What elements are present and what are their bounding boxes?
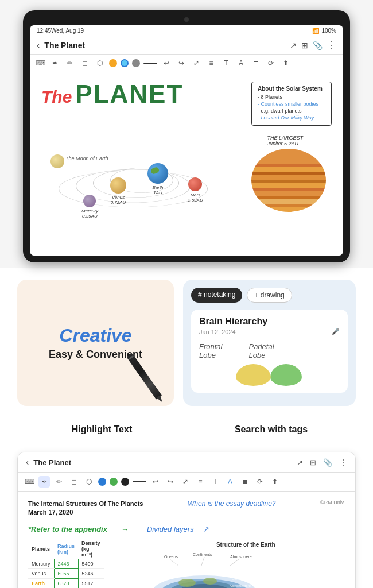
color-blue-b[interactable]: [98, 478, 106, 486]
color-green-b[interactable]: [110, 478, 118, 486]
clip-icon-bottom[interactable]: 📎: [323, 458, 332, 467]
table-row: Mercury 2443 5400: [28, 559, 104, 568]
tablet-frame-top: 12:45 Wed, Aug 19 📶 100% ‹ The Planet ↗ …: [23, 10, 350, 262]
pdf-divider: [28, 521, 345, 521]
svg-text:Continents: Continents: [193, 552, 212, 556]
line-width-indicator: [143, 63, 157, 64]
convert-icon[interactable]: ⟳: [265, 57, 277, 69]
move-icon[interactable]: ⤢: [191, 57, 202, 69]
tablet-frame-bottom: ‹ The Planet ↗ ⊞ 📎 ⋮ ⌨ ✒ ✏ ◻ ⬡ ↩ ↪ ⤢ ≡ T…: [17, 452, 356, 588]
pencil-icon[interactable]: ✏: [64, 57, 76, 69]
clip-icon[interactable]: 📎: [313, 41, 323, 50]
table-body: Mercury 2443 5400 Venus 6055 5246 Earth: [28, 559, 104, 588]
bullet-smaller: - Countless smaller bodies: [258, 101, 325, 107]
color-blue[interactable]: [121, 59, 129, 67]
caption-highlight: Highlight Text: [17, 424, 187, 435]
keyboard-icon[interactable]: ⌨: [34, 57, 46, 69]
tag-notetaking[interactable]: # notetaking: [191, 288, 242, 303]
caption-search: Search with tags: [187, 424, 356, 435]
color-black-b[interactable]: [121, 478, 129, 486]
pdf-bottom-content: Planets Radius (km) Density (kg m⁻³) Mer…: [28, 539, 345, 588]
format-icon-b[interactable]: ≣: [239, 476, 251, 488]
solar-system-info-box: About the Solar System - 8 Planets - Cou…: [251, 82, 332, 126]
planet-earth: Earth: [28, 578, 54, 588]
more-icon-bottom[interactable]: ⋮: [339, 458, 347, 467]
keyboard-icon-b[interactable]: ⌨: [24, 476, 35, 488]
pencil-icon-b[interactable]: ✏: [53, 476, 65, 488]
density-earth: 5517: [78, 578, 104, 588]
lasso-icon-b[interactable]: ⬡: [83, 476, 95, 488]
mercury-group: Mercury0.39AU: [81, 195, 98, 219]
pdf-title-line1: The Internal Structures Of The Planets: [28, 500, 143, 508]
radius-earth: 6378: [54, 578, 78, 588]
brain-hierarchy-title: Brain Hierarchy: [199, 316, 340, 327]
pen-icon[interactable]: ✒: [49, 57, 61, 69]
more-icon[interactable]: ⋮: [327, 40, 336, 51]
link-icon[interactable]: ↗: [290, 41, 297, 50]
brain-lobes-visual: [199, 364, 340, 386]
undo-icon-b[interactable]: ↩: [150, 476, 161, 488]
marker-icon[interactable]: A: [235, 57, 247, 69]
svg-point-11: [203, 578, 217, 585]
bullet-planets: - 8 Planets: [258, 94, 325, 100]
color-gray[interactable]: [132, 59, 140, 67]
toolbar-top: ⌨ ✒ ✏ ◻ ⬡ ↩ ↪ ⤢ ≡ T A ≣ ⟳ ⬆: [30, 55, 343, 72]
svg-line-5: [230, 559, 239, 566]
bullet-milkyway: - Located Our Milky Way: [258, 115, 325, 121]
annotation-refer: *Refer to the appendix: [28, 525, 107, 533]
nav-bar-bottom: ‹ The Planet ↗ ⊞ 📎 ⋮: [18, 452, 355, 473]
undo-icon[interactable]: ↩: [161, 57, 172, 69]
nav-bar-top: ‹ The Planet ↗ ⊞ 📎 ⋮: [30, 36, 343, 55]
back-button[interactable]: ‹: [37, 40, 40, 51]
brain-diagram: FrontalLobe ParietalLobe: [199, 340, 340, 359]
time-label: 12:45: [37, 28, 51, 34]
creative-label: Creative: [49, 325, 142, 346]
text-icon-b[interactable]: T: [209, 476, 221, 488]
grid-icon-bottom[interactable]: ⊞: [310, 458, 316, 467]
venus-label: Venus0.72AU: [110, 195, 126, 205]
export-icon-b[interactable]: ⬆: [269, 476, 281, 488]
planet-label: PLANET: [75, 82, 183, 107]
svg-text:Crust: Crust: [150, 582, 158, 585]
earth-group: Earth1AU: [147, 163, 168, 195]
align-icon[interactable]: ≡: [205, 57, 217, 69]
pdf-title-block: The Internal Structures Of The Planets M…: [28, 500, 143, 517]
redo-icon[interactable]: ↪: [176, 57, 187, 69]
density-venus: 5246: [78, 568, 104, 578]
pdf-question: When is the essay deadline?: [188, 500, 275, 508]
toolbar-bottom: ⌨ ✒ ✏ ◻ ⬡ ↩ ↪ ⤢ ≡ T A ≣ ⟳ ⬆: [18, 473, 355, 492]
redo-icon-b[interactable]: ↪: [165, 476, 176, 488]
convert-icon-b[interactable]: ⟳: [254, 476, 266, 488]
align-icon-b[interactable]: ≡: [195, 476, 206, 488]
export-icon[interactable]: ⬆: [280, 57, 292, 69]
pdf-copyright: ©RM Univ.: [320, 500, 345, 505]
search-tags-caption: Search with tags: [235, 424, 308, 434]
move-icon-b[interactable]: ⤢: [180, 476, 191, 488]
back-button-bottom[interactable]: ‹: [26, 457, 29, 467]
color-orange[interactable]: [109, 59, 117, 67]
tag-drawing[interactable]: + drawing: [247, 288, 292, 303]
col-planets: Planets: [28, 539, 54, 559]
grid-icon[interactable]: ⊞: [301, 41, 308, 50]
stylus-graphic: [156, 346, 162, 397]
lasso-icon[interactable]: ⬡: [94, 57, 106, 69]
signal-icon: 📶: [312, 28, 319, 34]
nav-icons: ↗ ⊞ 📎 ⋮: [290, 40, 336, 51]
date-label: Wed, Aug 19: [51, 28, 84, 34]
page-title-top: The Planet: [44, 41, 285, 50]
pen-icon-b[interactable]: ✒: [38, 476, 50, 488]
link-icon-bottom[interactable]: ↗: [297, 458, 303, 467]
eraser-icon-b[interactable]: ◻: [68, 476, 80, 488]
bullet-dwarf: - e.g. dwarf planets: [258, 108, 325, 114]
status-bar: 12:45 Wed, Aug 19 📶 100%: [30, 25, 343, 36]
earth-layers-svg: Oceans Continents Atmosphere: [147, 551, 262, 588]
pdf-content: The Internal Structures Of The Planets M…: [18, 492, 355, 588]
density-mercury: 5400: [78, 559, 104, 568]
format-icon[interactable]: ≣: [250, 57, 262, 69]
search-card: # notetaking + drawing Brain Hierarchy J…: [183, 280, 356, 406]
tags-row: # notetaking + drawing: [191, 288, 348, 303]
marker-icon-b[interactable]: A: [224, 476, 236, 488]
text-icon[interactable]: T: [220, 57, 232, 69]
eraser-icon[interactable]: ◻: [79, 57, 91, 69]
planet-venus: Venus: [28, 568, 54, 578]
